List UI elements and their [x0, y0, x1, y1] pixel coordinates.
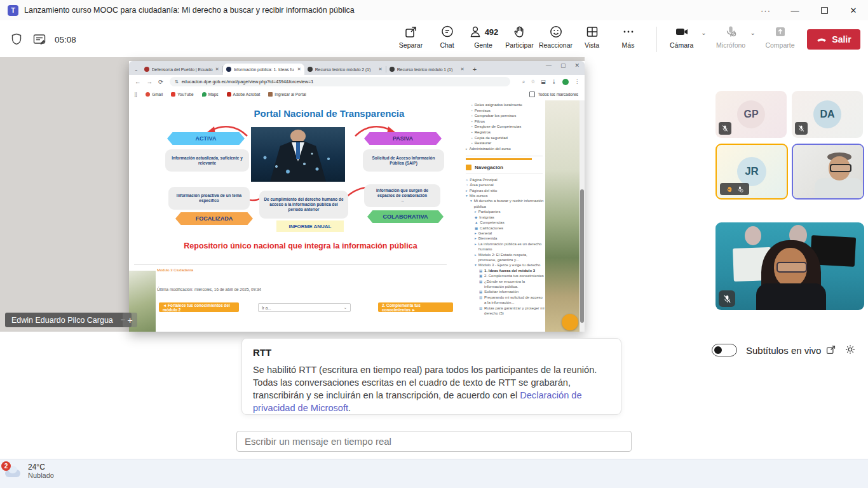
tab-close-icon[interactable]: ✕ [461, 67, 465, 72]
raise-hand-button[interactable]: Participar [501, 24, 538, 49]
navigation-item[interactable]: ▸Páginas del sitio [466, 188, 545, 193]
forward-icon[interactable]: → [147, 78, 153, 85]
navigation-item[interactable]: ▸Participantes [466, 209, 545, 214]
admin-menu-item[interactable]: ▪Desglose de Competencias [466, 124, 545, 130]
side-panel-icon[interactable]: ⬓ [541, 79, 546, 85]
back-icon[interactable]: ← [135, 78, 141, 85]
bookmark-portal[interactable]: Ingresar al Portal [268, 92, 306, 97]
jump-to-select[interactable]: Ir a...⌄ [258, 303, 351, 312]
browser-tab-4[interactable]: Recurso teórico módulo 1 (1) ✕ [386, 64, 468, 75]
new-tab-button[interactable]: + [473, 65, 477, 73]
mic-chevron-icon[interactable]: ⌄ [750, 29, 756, 36]
maximize-button[interactable] [810, 0, 839, 20]
admin-menu-root[interactable]: ▸Administración del curso [466, 146, 545, 152]
minimize-button[interactable]: — [780, 0, 810, 20]
navigation-item[interactable]: ▾Mi derecho a buscar y recibir informaci… [466, 198, 545, 209]
share-button[interactable]: Comparte [762, 24, 798, 49]
navigation-item[interactable]: ◆Insignias [466, 215, 545, 220]
navigation-item[interactable]: ▸General [466, 231, 545, 236]
tab-close-icon[interactable]: ✕ [379, 67, 383, 72]
close-button[interactable]: ✕ [839, 0, 868, 20]
spotlight-video-tile[interactable] [715, 222, 864, 310]
navigation-item[interactable]: ▸Módulo 2: El Estado respeta, promueve, … [466, 252, 545, 263]
weather-widget[interactable]: 2 24°C Nublado [4, 463, 54, 480]
navigation-item[interactable]: ◔Área personal [466, 182, 545, 187]
participant-video-tile[interactable] [792, 144, 864, 200]
profile-avatar[interactable] [562, 79, 569, 85]
browser-tab-3[interactable]: Recurso teórico módulo 2 (1) ✕ [304, 64, 386, 75]
zoom-in-button[interactable]: + [123, 313, 137, 327]
admin-menu-item[interactable]: ▪Roles asignados localmente [466, 102, 545, 108]
tab-search-icon[interactable]: ⌄ [134, 67, 139, 72]
youtube-icon [171, 92, 175, 97]
mic-muted-badge [719, 290, 735, 307]
admin-menu-item[interactable]: ▪Registros [466, 130, 545, 135]
scrollbar-thumb[interactable] [580, 189, 584, 323]
navigation-item[interactable]: ▤¿Dónde se encuentra la información públ… [466, 279, 545, 290]
tab-close-icon[interactable]: ✕ [215, 67, 219, 72]
browser-tab-2-active[interactable]: Información pública: 1. Ideas fu ✕ [223, 64, 304, 75]
navigation-item[interactable]: ▤Solicitar información [466, 289, 545, 294]
more-button[interactable]: Más [610, 24, 646, 49]
navigation-item[interactable]: ▦Calificaciones [466, 226, 545, 231]
floating-action-button[interactable] [562, 314, 578, 330]
titlebar-more-icon[interactable]: ··· [751, 0, 780, 20]
view-button[interactable]: Vista [574, 24, 610, 49]
browser-scrollbar[interactable] [580, 100, 585, 332]
tab-close-icon[interactable]: ✕ [297, 67, 301, 72]
participant-tile-da[interactable]: DA [792, 91, 863, 138]
bookmark-youtube[interactable]: YouTube [171, 92, 194, 97]
browser-minimize[interactable]: — [546, 62, 552, 69]
mic-off-icon [722, 294, 732, 304]
next-module-button[interactable]: 2. Complementa tus conocimientos ► [378, 302, 453, 312]
bookmark-star-icon[interactable]: ☆ [531, 79, 535, 85]
participant-tile-gp[interactable]: GP [715, 91, 787, 138]
navigation-item[interactable]: ▸Bienvenida [466, 236, 545, 241]
bookmark-maps[interactable]: Maps [202, 92, 219, 97]
microphone-button[interactable]: Micrófono [713, 24, 749, 49]
reload-icon[interactable]: ⟳ [158, 78, 163, 85]
leave-button[interactable]: Salir [807, 29, 860, 50]
browser-close[interactable]: ✕ [574, 62, 580, 69]
navigation-item[interactable]: ▤1. Ideas fuerza del módulo 3 [466, 268, 545, 273]
address-field[interactable]: ⇅ educacion.dpe.gob.ec/mod/page/view.php… [170, 77, 510, 86]
module-link[interactable]: Módulo 3 Ciudadanía [157, 268, 193, 272]
navigation-item[interactable]: ▾Módulo 3 - Ejerce y exige tu derecho [466, 262, 545, 268]
camera-chevron-icon[interactable]: ⌄ [701, 29, 706, 36]
avatar: JR [737, 157, 766, 186]
captions-settings-icon[interactable] [844, 344, 856, 355]
browser-tab-1[interactable]: Defensoría del Pueblo | Ecuado ✕ [141, 64, 222, 75]
admin-menu-item[interactable]: ▪Permisos [466, 108, 545, 114]
navigation-item[interactable]: ▣2. Complementa tus conocimientos [466, 273, 545, 278]
camera-button[interactable]: Cámara [663, 24, 700, 49]
live-captions-toggle[interactable] [712, 344, 737, 356]
react-button[interactable]: Reaccionar [538, 24, 574, 49]
rtt-message-input[interactable] [236, 431, 632, 452]
apps-grid-icon[interactable]: ⣿ [134, 92, 137, 97]
prev-module-button[interactable]: ◄ Fortalece tus conocimientos del módulo… [159, 302, 239, 312]
captions-popout-icon[interactable] [825, 344, 836, 355]
bookmark-acrobat[interactable]: Adobe Acrobat [227, 92, 261, 97]
navigation-item[interactable]: ▸La información pública es un derecho hu… [466, 241, 545, 252]
breakout-button[interactable]: Separar [393, 24, 429, 49]
chat-button[interactable]: Chat [429, 24, 465, 49]
navigation-item[interactable]: ▥Rutas para garantizar y proteger mi der… [466, 306, 545, 316]
zoom-search-icon[interactable]: ⌕ [522, 79, 525, 85]
admin-menu-item[interactable]: ▪Restaurar [466, 140, 545, 146]
downloads-icon[interactable]: ⭳ [552, 79, 557, 85]
navigation-item[interactable]: ▥Preparando mi solicitud de acceso a la … [466, 295, 545, 306]
browser-menu-icon[interactable]: ⋮ [574, 79, 580, 85]
bookmark-gmail[interactable]: Gmail [146, 92, 163, 97]
navigation-item[interactable]: ⌂Página Principal [466, 177, 545, 182]
navigation-item[interactable]: ▾Mis cursos [466, 193, 545, 198]
rtt-note-icon[interactable] [32, 32, 47, 47]
participant-tile-jr-hand-raised[interactable]: JR [715, 144, 788, 200]
browser-maximize[interactable]: ▢ [560, 62, 566, 69]
admin-menu-item[interactable]: ▪Comprobar los permisos [466, 113, 545, 119]
navigation-item[interactable]: ▲Competencias [466, 220, 545, 225]
people-button[interactable]: 492 Gente [465, 24, 501, 49]
admin-menu-item[interactable]: ▪Copia de seguridad [466, 135, 545, 141]
admin-menu-item[interactable]: ▪Filtros [466, 119, 545, 125]
all-bookmarks[interactable]: Todos los marcadores [529, 92, 578, 97]
site-settings-icon[interactable]: ⇅ [175, 79, 179, 85]
